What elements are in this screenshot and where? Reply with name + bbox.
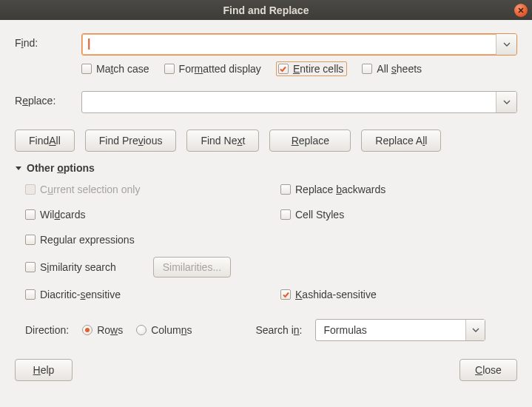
direction-columns-radio[interactable]: Columns <box>136 324 192 336</box>
current-selection-checkbox: Current selection only <box>25 184 140 195</box>
replace-label: Replace: <box>15 91 81 107</box>
chevron-down-icon <box>472 328 479 332</box>
direction-label: Direction: <box>25 324 69 336</box>
window-close-button[interactable] <box>514 4 528 17</box>
close-icon <box>518 7 524 13</box>
regex-checkbox[interactable]: Regular expressions <box>25 234 135 246</box>
entire-cells-checkbox[interactable]: Entire cells <box>276 61 347 76</box>
wildcards-checkbox[interactable]: Wildcards <box>25 209 85 221</box>
chevron-down-icon <box>503 100 511 104</box>
search-in-dropdown-button[interactable] <box>465 320 485 340</box>
similarity-checkbox[interactable]: Similarity search <box>25 261 116 273</box>
cell-styles-label: Cell Styles <box>295 209 344 221</box>
direction-rows-radio[interactable]: Rows <box>82 324 123 336</box>
diacritic-label: Diacritic-sensitive <box>40 289 121 300</box>
chevron-down-icon <box>503 42 511 47</box>
all-sheets-checkbox[interactable]: All sheets <box>362 61 422 76</box>
kashida-label: Kashida-sensitive <box>295 289 377 300</box>
entire-cells-label: Entire cells <box>293 63 343 75</box>
check-icon <box>279 65 287 73</box>
similarity-label: Similarity search <box>40 261 116 273</box>
find-label: Find: <box>15 33 81 49</box>
other-options-title: Other options <box>27 162 95 174</box>
cell-styles-checkbox[interactable]: Cell Styles <box>280 209 344 221</box>
close-button[interactable]: Close <box>459 359 517 381</box>
kashida-checkbox[interactable]: Kashida-sensitive <box>280 289 377 300</box>
formatted-display-checkbox[interactable]: Formatted display <box>164 61 261 76</box>
current-selection-label: Current selection only <box>40 184 140 195</box>
match-case-label: Match case <box>96 63 149 75</box>
all-sheets-label: All sheets <box>377 63 422 75</box>
find-previous-button[interactable]: Find Previous <box>85 130 177 152</box>
search-in-label: Search in: <box>255 324 302 336</box>
help-button[interactable]: Help <box>15 359 73 381</box>
replace-input[interactable] <box>82 92 496 112</box>
search-in-value: Formulas <box>316 324 465 336</box>
wildcards-label: Wildcards <box>40 209 85 221</box>
find-dropdown-button[interactable] <box>496 34 516 55</box>
find-next-button[interactable]: Find Next <box>186 130 259 152</box>
direction-columns-label: Columns <box>151 324 192 336</box>
window-title: Find and Replace <box>223 4 309 16</box>
triangle-down-icon <box>15 162 22 174</box>
diacritic-checkbox[interactable]: Diacritic-sensitive <box>25 289 121 300</box>
regex-label: Regular expressions <box>40 234 135 246</box>
replace-backwards-label: Replace backwards <box>295 184 385 195</box>
find-all-button[interactable]: Find All <box>15 130 75 152</box>
find-combo[interactable]: | <box>81 33 517 56</box>
check-icon <box>282 291 290 299</box>
replace-dropdown-button[interactable] <box>496 92 516 112</box>
similarities-button: Similarities... <box>153 257 231 278</box>
direction-rows-label: Rows <box>97 324 123 336</box>
other-options-toggle[interactable]: Other options <box>15 162 517 174</box>
find-input[interactable] <box>82 34 496 55</box>
formatted-display-label: Formatted display <box>179 63 261 75</box>
replace-all-button[interactable]: Replace All <box>361 130 441 152</box>
replace-combo[interactable] <box>81 91 517 113</box>
replace-button[interactable]: Replace <box>269 130 351 152</box>
search-in-select[interactable]: Formulas <box>315 319 485 341</box>
match-case-checkbox[interactable]: Match case <box>81 61 149 76</box>
replace-backwards-checkbox[interactable]: Replace backwards <box>280 184 385 195</box>
